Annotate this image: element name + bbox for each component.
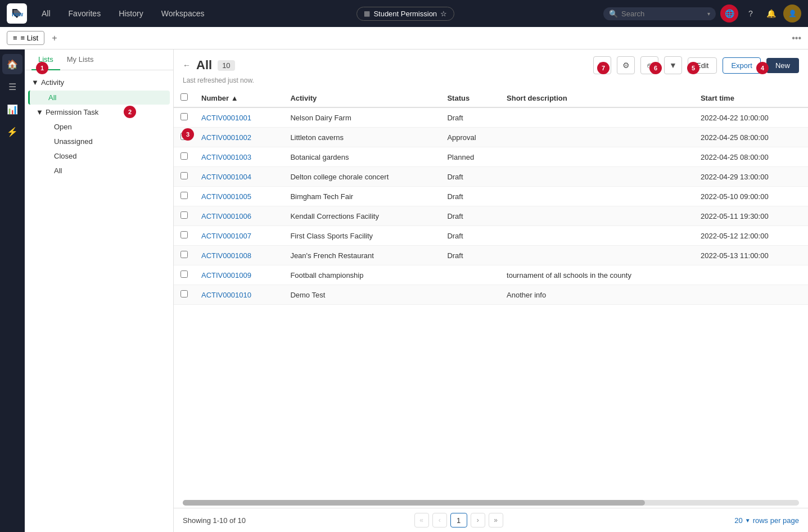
activity-all-item[interactable]: All bbox=[28, 91, 170, 105]
app-title: Student Permission bbox=[373, 10, 437, 18]
table-header-row: Number ▲ Activity Status Short descripti… bbox=[174, 89, 808, 107]
row-number[interactable]: ACTIV0001003 bbox=[195, 147, 283, 167]
row-checkbox-cell[interactable] bbox=[174, 128, 195, 147]
rows-per-page-selector[interactable]: 20 ▼ rows per page bbox=[734, 516, 799, 525]
row-checkbox[interactable] bbox=[180, 172, 188, 179]
row-number[interactable]: ACTIV0001005 bbox=[195, 187, 283, 206]
row-activity: Delton college chorale concert bbox=[283, 167, 440, 187]
tab-more-options[interactable]: ••• bbox=[792, 33, 801, 43]
col-status[interactable]: Status bbox=[440, 89, 500, 107]
logo[interactable]: now bbox=[7, 3, 27, 24]
row-checkbox[interactable] bbox=[180, 133, 188, 140]
avatar[interactable]: 👤 bbox=[783, 4, 801, 22]
row-number[interactable]: ACTIV0001007 bbox=[195, 226, 283, 246]
content-area: ← All 10 ↻ ⚙ ⎋ ▼ Edit Export New Last re… bbox=[174, 49, 808, 532]
tab-lists[interactable]: Lists bbox=[31, 49, 60, 70]
search-chevron-icon[interactable]: ▾ bbox=[707, 11, 710, 17]
col-start-time[interactable]: Start time bbox=[694, 89, 808, 107]
horizontal-scrollbar[interactable] bbox=[183, 500, 799, 506]
select-all-header[interactable] bbox=[174, 89, 195, 107]
pagination-first[interactable]: « bbox=[414, 513, 429, 528]
breadcrumb-back[interactable]: ← bbox=[183, 61, 191, 70]
row-start-time: 2022-05-10 09:00:00 bbox=[694, 187, 808, 206]
row-short-desc bbox=[500, 226, 694, 246]
refresh-button[interactable]: ↻ bbox=[593, 56, 611, 74]
col-activity[interactable]: Activity bbox=[283, 89, 440, 107]
new-button[interactable]: New bbox=[766, 58, 799, 73]
row-short-desc bbox=[500, 206, 694, 226]
table-row: ACTIV0001009 Football championship tourn… bbox=[174, 265, 808, 285]
row-checkbox[interactable] bbox=[180, 270, 188, 278]
row-checkbox-cell[interactable] bbox=[174, 167, 195, 187]
row-checkbox-cell[interactable] bbox=[174, 265, 195, 285]
tab-my-lists[interactable]: My Lists bbox=[60, 49, 101, 70]
table-row: ACTIV0001002 Littleton caverns Approval … bbox=[174, 128, 808, 147]
row-checkbox[interactable] bbox=[180, 290, 188, 297]
row-start-time: 2022-04-22 10:00:00 bbox=[694, 107, 808, 128]
row-checkbox[interactable] bbox=[180, 211, 188, 219]
share-button[interactable]: ⎋ bbox=[640, 56, 658, 74]
row-number[interactable]: ACTIV0001002 bbox=[195, 128, 283, 147]
tab-add-button[interactable]: + bbox=[47, 30, 62, 46]
row-checkbox[interactable] bbox=[180, 231, 188, 238]
edit-button[interactable]: Edit bbox=[688, 57, 717, 74]
row-checkbox-cell[interactable] bbox=[174, 187, 195, 206]
nav-history[interactable]: History bbox=[115, 7, 147, 20]
permission-task-collapse-icon: ▼ bbox=[36, 108, 43, 116]
row-checkbox[interactable] bbox=[180, 192, 188, 199]
tab-list-label: ≡ List bbox=[21, 34, 38, 42]
row-checkbox-cell[interactable] bbox=[174, 226, 195, 246]
row-checkbox-cell[interactable] bbox=[174, 147, 195, 167]
pagination-next[interactable]: › bbox=[471, 513, 485, 528]
search-input[interactable] bbox=[621, 10, 704, 18]
row-checkbox-cell[interactable] bbox=[174, 107, 195, 128]
select-all-checkbox[interactable] bbox=[180, 93, 188, 101]
row-checkbox[interactable] bbox=[180, 113, 188, 120]
sidebar-home-button[interactable]: 🏠 bbox=[2, 54, 22, 74]
permission-task-unassigned[interactable]: Unassigned bbox=[28, 134, 170, 148]
col-short-desc[interactable]: Short description bbox=[500, 89, 694, 107]
row-checkbox[interactable] bbox=[180, 152, 188, 160]
globe-button[interactable]: 🌐 bbox=[720, 4, 738, 22]
sidebar-activity-button[interactable]: ⚡ bbox=[2, 121, 22, 142]
table-row: ACTIV0001006 Kendall Corrections Facilit… bbox=[174, 206, 808, 226]
filter-button[interactable]: ▼ bbox=[664, 56, 682, 74]
row-status: Draft bbox=[440, 187, 500, 206]
app-icon: ▦ bbox=[364, 10, 370, 17]
nav-workspaces[interactable]: Workspaces bbox=[158, 7, 208, 20]
permission-task-open[interactable]: Open bbox=[28, 120, 170, 134]
col-number[interactable]: Number ▲ bbox=[195, 89, 283, 107]
app-switcher[interactable]: ▦ Student Permission ☆ bbox=[356, 7, 454, 21]
table-row: ACTIV0001003 Botanical gardens Planned 2… bbox=[174, 147, 808, 167]
tab-list-icon: ≡ bbox=[13, 34, 17, 42]
export-button[interactable]: Export bbox=[723, 57, 761, 74]
row-number[interactable]: ACTIV0001004 bbox=[195, 167, 283, 187]
tab-list[interactable]: ≡ ≡ List bbox=[7, 31, 44, 45]
search-box[interactable]: 🔍 ▾ bbox=[603, 7, 716, 20]
row-short-desc bbox=[500, 107, 694, 128]
row-number[interactable]: ACTIV0001006 bbox=[195, 206, 283, 226]
row-number[interactable]: ACTIV0001009 bbox=[195, 265, 283, 285]
row-activity: First Class Sports Facility bbox=[283, 226, 440, 246]
sidebar-analytics-button[interactable]: 📊 bbox=[2, 99, 22, 119]
row-checkbox-cell[interactable] bbox=[174, 246, 195, 265]
activity-group-header[interactable]: ▼ Activity bbox=[25, 75, 173, 90]
row-number[interactable]: ACTIV0001008 bbox=[195, 246, 283, 265]
pagination-prev[interactable]: ‹ bbox=[432, 513, 447, 528]
permission-task-closed[interactable]: Closed bbox=[28, 149, 170, 163]
row-number[interactable]: ACTIV0001010 bbox=[195, 285, 283, 305]
pagination-last[interactable]: » bbox=[489, 513, 503, 528]
help-button[interactable]: ? bbox=[743, 6, 759, 21]
sidebar-menu-button[interactable]: ☰ bbox=[2, 76, 22, 97]
row-checkbox[interactable] bbox=[180, 251, 188, 258]
nav-all[interactable]: All bbox=[38, 7, 54, 20]
row-status: Approval bbox=[440, 128, 500, 147]
permission-task-all[interactable]: All bbox=[28, 164, 170, 178]
permission-task-header[interactable]: ▼ Permission Task bbox=[25, 105, 173, 119]
notifications-button[interactable]: 🔔 bbox=[763, 6, 779, 21]
nav-favorites[interactable]: Favorites bbox=[65, 7, 105, 20]
row-checkbox-cell[interactable] bbox=[174, 285, 195, 305]
settings-button[interactable]: ⚙ bbox=[617, 56, 635, 74]
row-checkbox-cell[interactable] bbox=[174, 206, 195, 226]
row-number[interactable]: ACTIV0001001 bbox=[195, 107, 283, 128]
